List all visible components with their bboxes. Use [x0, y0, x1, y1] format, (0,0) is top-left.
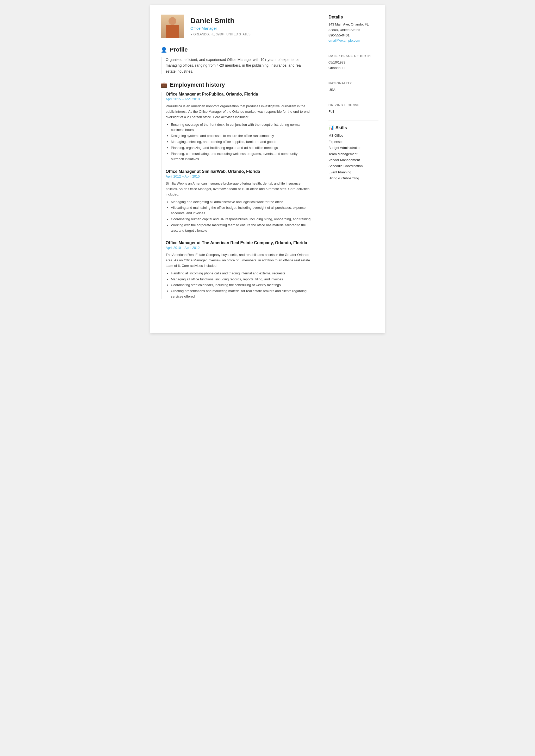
job-title-1: Office Manager at ProPublica, Orlando, F…	[166, 92, 312, 96]
bullet-item: Coordinating human capital and HR respon…	[171, 217, 312, 222]
avatar	[161, 14, 184, 38]
skill-5: Vendor Management	[328, 157, 379, 163]
bullet-item: Managing and delegating all administrati…	[171, 200, 312, 205]
bullet-item: Handling all incoming phone calls and tr…	[171, 271, 312, 276]
job-desc-2: SimiliarWeb is an American insurance bro…	[166, 181, 312, 197]
skills-bar-icon: 📊	[328, 125, 334, 130]
candidate-name: Daniel Smith	[190, 17, 312, 25]
employment-section: 💼 Employment history Office Manager at P…	[161, 81, 312, 299]
main-column: Daniel Smith Office Manager ● ORLANDO, F…	[150, 5, 322, 333]
divider-4	[328, 121, 379, 121]
job-entry-1: Office Manager at ProPublica, Orlando, F…	[166, 92, 312, 162]
job-entry-3: Office Manager at The American Real Esta…	[166, 241, 312, 299]
nationality-section: NATIONALITY USA	[328, 81, 379, 93]
job-title-2: Office Manager at SimiliarWeb, Orlando, …	[166, 169, 312, 174]
profile-content: Organized, efficient, and experienced Of…	[161, 57, 312, 74]
profile-icon: 👤	[161, 47, 167, 53]
job-dates-3: April 2010 – April 2012	[166, 246, 312, 250]
email: email@example.com	[328, 38, 379, 43]
employment-section-title: 💼 Employment history	[161, 81, 312, 88]
bullet-item: Planning, organizing, and facilitating r…	[171, 145, 312, 151]
driving-value: Full	[328, 109, 379, 115]
nationality-value: USA	[328, 87, 379, 93]
bullet-item: Allocating and maintaining the office bu…	[171, 205, 312, 216]
skill-1: MS Office	[328, 132, 379, 139]
details-section: Details 143 Main Ave, Orlando, FL, 32804…	[328, 14, 379, 43]
dob-value: 05/10/1983	[328, 60, 379, 65]
location-pin-icon: ●	[190, 33, 192, 36]
sidebar-column: Details 143 Main Ave, Orlando, FL, 32804…	[322, 5, 385, 333]
divider-3	[328, 99, 379, 99]
address: 143 Main Ave, Orlando, FL, 32804, United…	[328, 22, 379, 33]
dob-section: DATE / PLACE OF BIRTH 05/10/1983 Orlando…	[328, 54, 379, 71]
bullet-item: Ensuring coverage of the front desk, in …	[171, 122, 312, 133]
nationality-label: NATIONALITY	[328, 81, 379, 85]
skills-section: 📊 Skills MS Office Expenses Budget Admin…	[328, 125, 379, 181]
dob-label: DATE / PLACE OF BIRTH	[328, 54, 379, 58]
skill-2: Expenses	[328, 139, 379, 145]
driving-section: DRIVING LICENSE Full	[328, 103, 379, 115]
job-bullets-2: Managing and delegating all administrati…	[166, 200, 312, 233]
skill-8: Hiring & Onboarding	[328, 175, 379, 181]
divider-2	[328, 77, 379, 77]
bullet-item: Managing, selecting, and ordering office…	[171, 139, 312, 145]
header-info: Daniel Smith Office Manager ● ORLANDO, F…	[190, 17, 312, 36]
job-bullets-3: Handling all incoming phone calls and tr…	[166, 271, 312, 299]
job-desc-1: ProPublica is an American nonprofit orga…	[166, 104, 312, 120]
employment-content: Office Manager at ProPublica, Orlando, F…	[161, 92, 312, 299]
job-desc-3: The American Real Estate Company buys, s…	[166, 252, 312, 268]
profile-section: 👤 Profile Organized, efficient, and expe…	[161, 46, 312, 74]
divider-1	[328, 50, 379, 50]
skill-6: Schedule Coordination	[328, 163, 379, 169]
driving-label: DRIVING LICENSE	[328, 103, 379, 107]
skill-3: Budget Administration	[328, 145, 379, 151]
skill-4: Team Management	[328, 151, 379, 157]
resume-header: Daniel Smith Office Manager ● ORLANDO, F…	[161, 14, 312, 38]
candidate-location: ● ORLANDO, FL, 32804, UNITED STATES	[190, 33, 312, 36]
resume-document: Daniel Smith Office Manager ● ORLANDO, F…	[150, 5, 385, 333]
phone: 890-555-0401	[328, 33, 379, 38]
job-entry-2: Office Manager at SimiliarWeb, Orlando, …	[166, 169, 312, 233]
bullet-item: Planning, communicating, and executing w…	[171, 151, 312, 162]
dob-place: Orlando, FL	[328, 65, 379, 71]
bullet-item: Creating presentations and marketing mat…	[171, 288, 312, 299]
job-bullets-1: Ensuring coverage of the front desk, in …	[166, 122, 312, 162]
bullet-item: Managing all office functions, including…	[171, 277, 312, 282]
skills-title: 📊 Skills	[328, 125, 379, 130]
job-title-3: Office Manager at The American Real Esta…	[166, 241, 312, 245]
job-dates-1: April 2015 – April 2018	[166, 97, 312, 101]
bullet-item: Designing systems and processes to ensur…	[171, 133, 312, 139]
bullet-item: Working with the corporate marketing tea…	[171, 223, 312, 233]
briefcase-icon: 💼	[161, 82, 167, 88]
skill-7: Event Planning	[328, 169, 379, 175]
profile-section-title: 👤 Profile	[161, 46, 312, 53]
bullet-item: Coordinating staff calendars, including …	[171, 283, 312, 288]
job-dates-2: April 2012 – April 2015	[166, 175, 312, 178]
details-title: Details	[328, 14, 379, 20]
profile-text: Organized, efficient, and experienced Of…	[166, 57, 312, 74]
candidate-job-title: Office Manager	[190, 26, 312, 31]
